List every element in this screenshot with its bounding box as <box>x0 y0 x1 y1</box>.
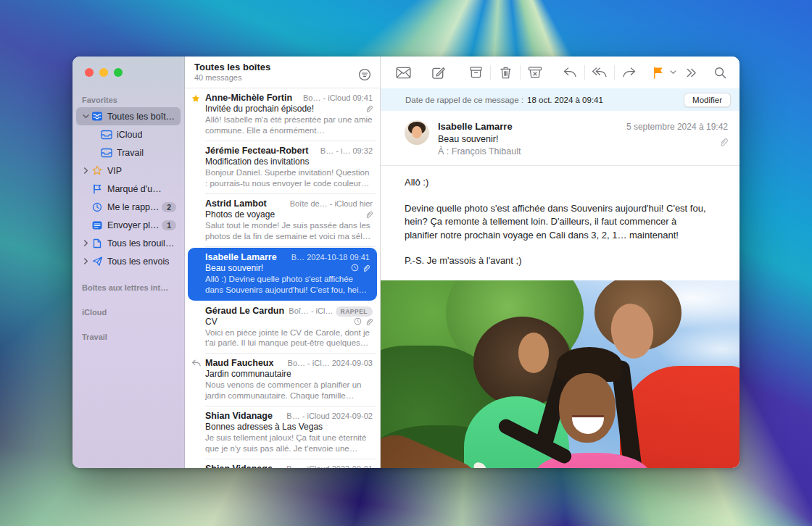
reminder-label: Date de rappel de ce message : <box>405 96 523 104</box>
reply-button[interactable] <box>560 63 579 82</box>
close-window-button[interactable] <box>85 68 94 77</box>
mail-window: Favorites Toutes les boît… iCloud <box>72 57 740 468</box>
message-list-header: Toutes les boîtes 40 messages <box>185 57 380 88</box>
sidebar-item-all-inboxes[interactable]: Toutes les boît… <box>76 107 181 125</box>
chevron-right-icon[interactable] <box>81 167 91 174</box>
section-internet-mailboxes: Boîtes aux lettres int… <box>72 280 184 295</box>
to-recipient[interactable]: François Thibault <box>452 146 521 156</box>
message-row[interactable]: Anne-Michèle Fortin Bo… - iCloud 09:41 I… <box>185 88 380 141</box>
sidebar-item-label: VIP <box>107 166 122 176</box>
message-body: Allô :) Devine quelle photo s'est affich… <box>381 166 740 280</box>
message-view-pane: Date de rappel de ce message : 18 oct. 2… <box>381 57 740 468</box>
minimize-window-button[interactable] <box>99 68 108 77</box>
sidebar-item-label: Marqué d'u… <box>107 184 162 194</box>
count-badge: 1 <box>162 220 176 230</box>
sidebar-item-remind-me[interactable]: Me le rapp… 2 <box>76 198 181 216</box>
sidebar-item-icloud-inbox[interactable]: iCloud <box>76 125 181 143</box>
filter-icon[interactable] <box>358 68 371 81</box>
body-paragraph: Allô :) <box>405 176 710 189</box>
sidebar-item-vip[interactable]: VIP <box>76 162 181 180</box>
paperclip-icon <box>365 210 373 219</box>
message-subject-line: Beau souvenir! <box>438 133 521 146</box>
section-favorites: Favorites <box>72 93 184 107</box>
section-travail: Travail <box>72 330 184 344</box>
unread-badge: 2 <box>162 202 176 212</box>
sidebar-item-all-sent[interactable]: Tous les envois <box>76 252 181 270</box>
message-preview: Je suis tellement jaloux! Ça fait une ét… <box>205 433 373 454</box>
paperplane-icon <box>91 256 104 267</box>
sidebar-item-travail-inbox[interactable]: Travail <box>76 143 181 162</box>
message-sender-name: Isabelle Lamarre <box>438 120 521 133</box>
message-row[interactable]: Astrid Lambot Boîte de… - iCloud hier Ph… <box>185 194 380 247</box>
junk-icon <box>528 66 542 79</box>
photo-attachment[interactable] <box>381 280 740 468</box>
reply-all-button[interactable] <box>590 63 609 82</box>
sidebar-item-all-drafts[interactable]: Tous les brouil… <box>76 234 181 252</box>
message-account: B… - i… <box>320 146 351 155</box>
to-label: À : <box>438 146 449 156</box>
message-account: Boîte de… - iCloud <box>290 199 357 208</box>
sidebar-item-flagged[interactable]: Marqué d'u… <box>76 180 181 198</box>
message-list-pane: Toutes les boîtes 40 messages Anne-Michè… <box>185 57 381 468</box>
message-time: 2024-10-18 09:41 <box>307 253 370 262</box>
message-subject: Photos de voyage <box>205 209 365 220</box>
inbox-icon <box>100 147 113 159</box>
message-time: 09:41 <box>352 93 373 102</box>
message-row[interactable]: Jérémie Fecteau-Robert B… - i… 09:32 Mod… <box>185 141 380 194</box>
sidebar: Favorites Toutes les boît… iCloud <box>72 57 185 468</box>
sender-avatar[interactable] <box>405 120 429 145</box>
draft-icon <box>91 238 104 249</box>
zoom-window-button[interactable] <box>114 68 123 77</box>
trash-button[interactable] <box>496 63 515 82</box>
message-account: Boî… - iCl… <box>289 306 333 315</box>
replied-icon <box>191 359 202 367</box>
message-time: 2024-09-02 <box>332 412 373 420</box>
message-account: B… <box>291 253 304 262</box>
message-sender: Shian Vidanage <box>205 411 282 421</box>
sidebar-item-label: iCloud <box>117 130 142 140</box>
flag-button[interactable] <box>649 63 668 82</box>
message-subject: Invitée du prochain épisode! <box>205 104 365 114</box>
forward-button[interactable] <box>620 63 639 82</box>
sidebar-item-label: Tous les brouil… <box>107 238 174 249</box>
search-button[interactable] <box>710 63 729 82</box>
message-row[interactable]: Shian Vidanage B… - iCloud 2022-09-01 <box>185 459 380 468</box>
modify-button[interactable]: Modifier <box>684 93 731 107</box>
get-mail-button[interactable] <box>394 63 413 82</box>
message-count: 40 messages <box>194 73 270 83</box>
sidebar-item-send-later[interactable]: Envoyer pl… 1 <box>76 216 181 234</box>
message-sender: Isabelle Lamarre <box>205 252 287 262</box>
clock-icon <box>351 264 359 272</box>
message-row[interactable]: Maud Faucheux Bo… - iCl… 2024-09-03 Jard… <box>185 354 380 406</box>
more-toolbar-items-button[interactable] <box>682 63 700 82</box>
flag-chevron-down-icon[interactable] <box>668 70 678 75</box>
sidebar-item-label: Envoyer pl… <box>107 220 160 230</box>
paperclip-icon <box>365 104 373 113</box>
message-row-selected[interactable]: Isabelle Lamarre B… 2024-10-18 09:41 Bea… <box>188 248 377 301</box>
compose-button[interactable] <box>428 63 447 82</box>
archive-button[interactable] <box>466 63 485 82</box>
message-subject: CV <box>205 317 354 327</box>
message-account: B… - iCloud <box>286 464 329 468</box>
junk-button[interactable] <box>526 63 544 82</box>
message-preview: Allô! Isabelle m'a été présentée par une… <box>205 114 373 136</box>
message-sender: Astrid Lambot <box>205 199 286 209</box>
message-sender: Anne-Michèle Fortin <box>205 93 299 103</box>
message-time: 09:32 <box>352 146 373 155</box>
message-time: 2024-09-03 <box>332 359 373 367</box>
message-preview: Bonjour Daniel. Superbe invitation! Ques… <box>205 167 373 189</box>
send-later-icon <box>91 220 104 231</box>
sidebar-item-label: Tous les envois <box>107 256 169 267</box>
search-icon <box>714 67 726 79</box>
sidebar-item-label: Toutes les boît… <box>107 112 175 122</box>
message-row[interactable]: Shian Vidanage B… - iCloud 2024-09-02 Bo… <box>185 406 380 459</box>
message-subject: Jardin communautaire <box>205 369 373 379</box>
message-row[interactable]: Géraud Le Carduner Boî… - iCl… RAPPEL CV… <box>185 301 380 354</box>
chevron-right-icon[interactable] <box>81 240 91 246</box>
chevron-down-icon[interactable] <box>81 113 91 120</box>
message-header: Isabelle Lamarre Beau souvenir! À : Fran… <box>381 111 740 166</box>
paperclip-icon <box>718 137 728 147</box>
message-time: 2022-09-01 <box>332 464 373 468</box>
message-sender: Géraud Le Carduner <box>205 306 284 316</box>
chevron-right-icon[interactable] <box>81 258 91 264</box>
